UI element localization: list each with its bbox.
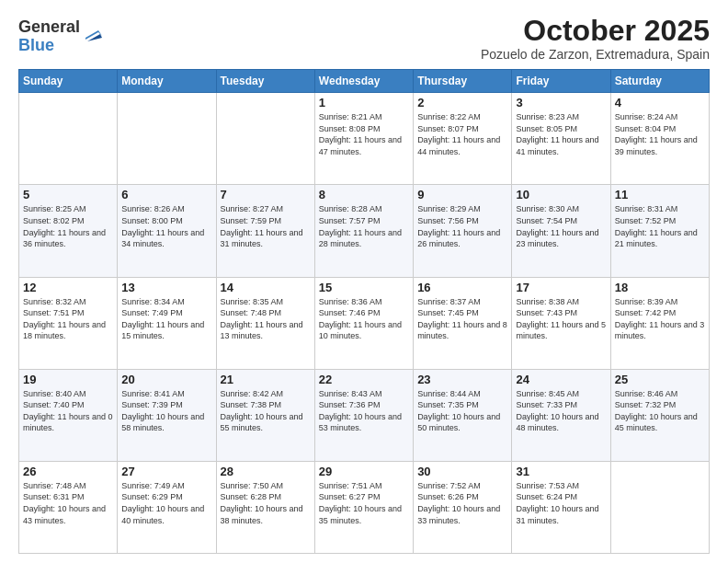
calendar-cell: 13Sunrise: 8:34 AM Sunset: 7:49 PM Dayli… [118,277,216,369]
day-info: Sunrise: 8:36 AM Sunset: 7:46 PM Dayligh… [319,296,409,342]
day-number: 7 [221,188,311,201]
logo-icon [82,23,102,43]
day-info: Sunrise: 8:21 AM Sunset: 8:08 PM Dayligh… [319,111,409,157]
calendar-cell: 30Sunrise: 7:52 AM Sunset: 6:26 PM Dayli… [414,461,512,553]
title-area: October 2025 Pozuelo de Zarzon, Extremad… [481,15,710,62]
day-info: Sunrise: 7:50 AM Sunset: 6:28 PM Dayligh… [221,480,311,526]
day-info: Sunrise: 8:40 AM Sunset: 7:40 PM Dayligh… [23,388,113,434]
day-number: 27 [121,465,211,478]
col-saturday: Saturday [610,70,709,93]
calendar-cell: 8Sunrise: 8:28 AM Sunset: 7:57 PM Daylig… [314,185,413,277]
location-subtitle: Pozuelo de Zarzon, Extremadura, Spain [481,47,710,62]
calendar-cell: 18Sunrise: 8:39 AM Sunset: 7:42 PM Dayli… [610,277,709,369]
calendar-cell [118,93,216,185]
day-info: Sunrise: 8:27 AM Sunset: 7:59 PM Dayligh… [221,203,311,249]
col-monday: Monday [118,70,216,93]
calendar-cell: 7Sunrise: 8:27 AM Sunset: 7:59 PM Daylig… [216,185,314,277]
calendar-cell: 2Sunrise: 8:22 AM Sunset: 8:07 PM Daylig… [414,93,512,185]
day-info: Sunrise: 8:41 AM Sunset: 7:39 PM Dayligh… [121,388,211,434]
day-info: Sunrise: 8:30 AM Sunset: 7:54 PM Dayligh… [516,203,606,249]
day-info: Sunrise: 8:25 AM Sunset: 8:02 PM Dayligh… [23,203,113,249]
day-info: Sunrise: 8:38 AM Sunset: 7:43 PM Dayligh… [516,296,606,342]
calendar-table: Sunday Monday Tuesday Wednesday Thursday… [18,69,710,554]
page: General Blue October 2025 Pozuelo de Zar… [0,0,728,563]
day-number: 13 [121,281,211,294]
day-info: Sunrise: 8:23 AM Sunset: 8:05 PM Dayligh… [516,111,606,157]
calendar-cell: 24Sunrise: 8:45 AM Sunset: 7:33 PM Dayli… [512,369,610,461]
calendar-week-2: 12Sunrise: 8:32 AM Sunset: 7:51 PM Dayli… [19,277,710,369]
day-info: Sunrise: 7:49 AM Sunset: 6:29 PM Dayligh… [121,480,211,526]
col-thursday: Thursday [414,70,512,93]
day-number: 31 [516,465,606,478]
col-wednesday: Wednesday [314,70,413,93]
day-number: 8 [319,188,409,201]
calendar-cell: 5Sunrise: 8:25 AM Sunset: 8:02 PM Daylig… [19,185,118,277]
calendar-cell: 19Sunrise: 8:40 AM Sunset: 7:40 PM Dayli… [19,369,118,461]
day-info: Sunrise: 8:39 AM Sunset: 7:42 PM Dayligh… [615,296,705,342]
day-number: 25 [615,373,705,386]
day-number: 26 [23,465,113,478]
calendar-header-row: Sunday Monday Tuesday Wednesday Thursday… [19,70,710,93]
day-info: Sunrise: 8:22 AM Sunset: 8:07 PM Dayligh… [417,111,507,157]
logo-general: General [18,18,80,37]
day-number: 12 [23,281,113,294]
calendar-cell [610,461,709,553]
day-number: 29 [319,465,409,478]
calendar-cell: 14Sunrise: 8:35 AM Sunset: 7:48 PM Dayli… [216,277,314,369]
day-number: 14 [221,281,311,294]
header: General Blue October 2025 Pozuelo de Zar… [18,15,710,62]
logo-blue: Blue [18,37,80,55]
day-number: 2 [417,96,507,109]
calendar-cell: 11Sunrise: 8:31 AM Sunset: 7:52 PM Dayli… [610,185,709,277]
day-info: Sunrise: 8:29 AM Sunset: 7:56 PM Dayligh… [417,203,507,249]
calendar-cell: 27Sunrise: 7:49 AM Sunset: 6:29 PM Dayli… [118,461,216,553]
logo: General Blue [18,18,102,55]
day-number: 16 [417,281,507,294]
day-info: Sunrise: 8:46 AM Sunset: 7:32 PM Dayligh… [615,388,705,434]
calendar-cell: 26Sunrise: 7:48 AM Sunset: 6:31 PM Dayli… [19,461,118,553]
calendar-week-3: 19Sunrise: 8:40 AM Sunset: 7:40 PM Dayli… [19,369,710,461]
calendar-cell: 22Sunrise: 8:43 AM Sunset: 7:36 PM Dayli… [314,369,413,461]
day-number: 9 [417,188,507,201]
day-number: 10 [516,188,606,201]
col-friday: Friday [512,70,610,93]
day-number: 23 [417,373,507,386]
calendar-cell: 17Sunrise: 8:38 AM Sunset: 7:43 PM Dayli… [512,277,610,369]
calendar-cell: 6Sunrise: 8:26 AM Sunset: 8:00 PM Daylig… [118,185,216,277]
calendar-cell: 16Sunrise: 8:37 AM Sunset: 7:45 PM Dayli… [414,277,512,369]
day-number: 15 [319,281,409,294]
day-number: 11 [615,188,705,201]
calendar-cell: 9Sunrise: 8:29 AM Sunset: 7:56 PM Daylig… [414,185,512,277]
calendar-cell: 3Sunrise: 8:23 AM Sunset: 8:05 PM Daylig… [512,93,610,185]
calendar-week-0: 1Sunrise: 8:21 AM Sunset: 8:08 PM Daylig… [19,93,710,185]
day-number: 5 [23,188,113,201]
day-number: 17 [516,281,606,294]
calendar-cell: 21Sunrise: 8:42 AM Sunset: 7:38 PM Dayli… [216,369,314,461]
calendar-cell: 15Sunrise: 8:36 AM Sunset: 7:46 PM Dayli… [314,277,413,369]
day-number: 1 [319,96,409,109]
col-sunday: Sunday [19,70,118,93]
calendar-cell: 31Sunrise: 7:53 AM Sunset: 6:24 PM Dayli… [512,461,610,553]
day-info: Sunrise: 7:52 AM Sunset: 6:26 PM Dayligh… [417,480,507,526]
day-info: Sunrise: 8:44 AM Sunset: 7:35 PM Dayligh… [417,388,507,434]
day-info: Sunrise: 7:53 AM Sunset: 6:24 PM Dayligh… [516,480,606,526]
day-number: 22 [319,373,409,386]
day-info: Sunrise: 8:35 AM Sunset: 7:48 PM Dayligh… [221,296,311,342]
calendar-week-1: 5Sunrise: 8:25 AM Sunset: 8:02 PM Daylig… [19,185,710,277]
calendar-cell [216,93,314,185]
logo-text: General Blue [18,18,80,55]
day-info: Sunrise: 8:32 AM Sunset: 7:51 PM Dayligh… [23,296,113,342]
day-number: 4 [615,96,705,109]
calendar-week-4: 26Sunrise: 7:48 AM Sunset: 6:31 PM Dayli… [19,461,710,553]
calendar-cell: 4Sunrise: 8:24 AM Sunset: 8:04 PM Daylig… [610,93,709,185]
day-number: 19 [23,373,113,386]
calendar-cell: 28Sunrise: 7:50 AM Sunset: 6:28 PM Dayli… [216,461,314,553]
day-info: Sunrise: 8:43 AM Sunset: 7:36 PM Dayligh… [319,388,409,434]
calendar-cell: 20Sunrise: 8:41 AM Sunset: 7:39 PM Dayli… [118,369,216,461]
calendar-cell: 23Sunrise: 8:44 AM Sunset: 7:35 PM Dayli… [414,369,512,461]
day-info: Sunrise: 8:42 AM Sunset: 7:38 PM Dayligh… [221,388,311,434]
calendar-cell: 1Sunrise: 8:21 AM Sunset: 8:08 PM Daylig… [314,93,413,185]
day-number: 30 [417,465,507,478]
calendar-cell: 12Sunrise: 8:32 AM Sunset: 7:51 PM Dayli… [19,277,118,369]
day-number: 6 [121,188,211,201]
